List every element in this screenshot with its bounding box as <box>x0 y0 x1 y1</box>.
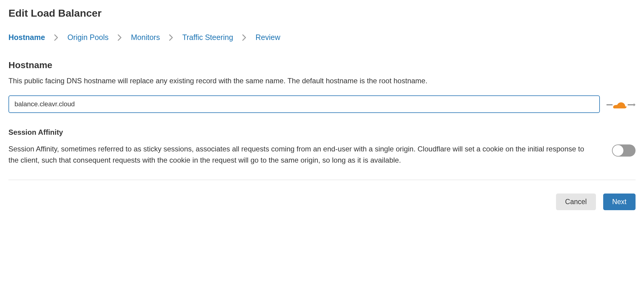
hostname-section-description: This public facing DNS hostname will rep… <box>8 76 636 86</box>
session-affinity-title: Session Affinity <box>8 128 636 137</box>
toggle-knob <box>613 145 623 156</box>
breadcrumb-step-hostname[interactable]: Hostname <box>8 33 45 42</box>
hostname-section-title: Hostname <box>8 60 636 70</box>
chevron-right-icon <box>54 34 58 41</box>
session-affinity-description: Session Affinity, sometimes referred to … <box>8 143 594 166</box>
breadcrumb: Hostname Origin Pools Monitors Traffic S… <box>8 33 636 42</box>
page-title: Edit Load Balancer <box>8 7 636 19</box>
cloudflare-proxy-icon <box>607 98 636 110</box>
divider <box>8 180 636 180</box>
hostname-input[interactable] <box>8 95 600 113</box>
chevron-right-icon <box>242 34 246 41</box>
breadcrumb-step-origin-pools[interactable]: Origin Pools <box>67 33 109 42</box>
chevron-right-icon <box>118 34 122 41</box>
chevron-right-icon <box>169 34 173 41</box>
next-button[interactable]: Next <box>603 194 636 210</box>
session-affinity-toggle[interactable] <box>612 144 636 157</box>
session-affinity-row: Session Affinity, sometimes referred to … <box>8 143 636 166</box>
hostname-row <box>8 95 636 113</box>
breadcrumb-step-traffic-steering[interactable]: Traffic Steering <box>182 33 233 42</box>
cancel-button[interactable]: Cancel <box>556 194 596 210</box>
breadcrumb-step-monitors[interactable]: Monitors <box>131 33 160 42</box>
footer-actions: Cancel Next <box>8 194 636 210</box>
breadcrumb-step-review[interactable]: Review <box>255 33 280 42</box>
